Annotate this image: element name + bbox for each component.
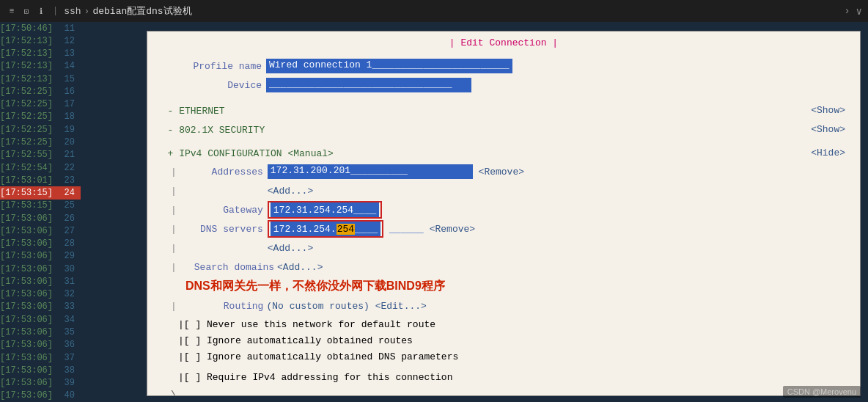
ipv4-header: + IPv4 CONFIGURATION <Manual>: [156, 148, 334, 159]
require-ipv4-text[interactable]: [ ] Require IPv4 addressing for this con…: [184, 372, 453, 383]
titlebar: ≡ ⊡ ℹ | ssh › debian配置dns试验机 › ∨: [0, 0, 868, 22]
dns-label: DNS servers: [180, 224, 268, 235]
gutter-row-32: [17:53:06] 32: [0, 288, 81, 301]
pipe-search: |: [171, 262, 177, 273]
gutter-row-23: [17:53:01] 23: [0, 174, 81, 186]
timestamp-13: [17:52:13]: [0, 48, 53, 59]
gutter-row-26: [17:53:06] 26: [0, 212, 81, 224]
gutter-row-16: [17:52:25] 16: [0, 85, 81, 98]
security-header: - 802.1X SECURITY: [156, 125, 265, 136]
chevron-down-icon[interactable]: ∨: [856, 5, 862, 18]
gutter-row-12: [17:52:13] 12: [0, 34, 81, 47]
linenum-30: 30: [53, 264, 79, 274]
timestamp-30: [17:53:06]: [0, 264, 53, 274]
gutter-row-17: [17:52:25] 17: [0, 98, 81, 111]
linenum-22: 22: [53, 163, 79, 173]
gutter-row-37: [17:53:06] 37: [0, 351, 81, 364]
gutter-row-34: [17:53:06] 34: [0, 313, 81, 326]
linenum-16: 16: [53, 87, 79, 97]
pipe-gateway: |: [171, 205, 177, 216]
gutter-row-14: [17:52:13] 14: [0, 60, 81, 73]
gutter-row-36: [17:53:06] 36: [0, 339, 81, 351]
routing-row: | Routing (No custom routes) <Edit...>: [156, 297, 851, 315]
linenum-24: 24: [53, 188, 79, 198]
linenum-36: 36: [53, 340, 79, 350]
timestamp-34: [17:53:06]: [0, 315, 53, 325]
dns-highlight-box: 172.31.254.254____: [268, 220, 383, 238]
search-add-link[interactable]: <Add...>: [277, 262, 323, 273]
profile-name-input[interactable]: Wired connection 1______________________…: [266, 59, 512, 73]
info-icon[interactable]: ℹ: [35, 5, 47, 17]
addresses-remove[interactable]: <Remove>: [473, 167, 524, 178]
ethernet-header: - ETHERNET: [156, 106, 225, 117]
window-icon[interactable]: ⊡: [21, 5, 32, 17]
timestamp-31: [17:53:06]: [0, 277, 53, 287]
search-domains-label: Search domains: [180, 262, 274, 273]
gutter-row-28: [17:53:06] 28: [0, 238, 81, 250]
gutter-row-30: [17:53:06] 30: [0, 263, 81, 275]
pipe-dns: |: [171, 224, 177, 235]
titlebar-icons: ≡ ⊡ ℹ: [6, 5, 47, 17]
gateway-label: Gateway: [180, 205, 268, 216]
gutter-row-29: [17:53:06] 29: [0, 250, 81, 263]
pipe-cb1: |: [178, 319, 184, 330]
gateway-input[interactable]: 172.31.254.254____: [271, 202, 379, 217]
security-show[interactable]: <Show>: [811, 124, 845, 135]
add2-link[interactable]: <Add...>: [180, 243, 313, 254]
gutter-row-35: [17:53:06] 35: [0, 326, 81, 338]
checkbox-row-2: | [ ] Ignore automatically obtained rout…: [156, 332, 851, 348]
timestamp-26: [17:53:06]: [0, 213, 53, 224]
add1-row: | <Add...>: [156, 182, 851, 200]
timestamp-28: [17:53:06]: [0, 238, 53, 249]
pipe-addresses: |: [171, 167, 177, 178]
linenum-21: 21: [53, 150, 79, 160]
gateway-highlight-box: 172.31.254.254____: [268, 201, 382, 219]
linenum-37: 37: [53, 353, 79, 363]
timestamp-17: [17:52:25]: [0, 99, 53, 109]
linenum-15: 15: [53, 74, 79, 84]
linenum-12: 12: [53, 36, 79, 46]
backslash-row: \: [156, 385, 851, 396]
timestamp-32: [17:53:06]: [0, 289, 53, 299]
timestamp-14: [17:52:13]: [0, 61, 53, 71]
timestamp-35: [17:53:06]: [0, 327, 53, 337]
linenum-20: 20: [53, 137, 79, 147]
pipe-req: |: [178, 372, 184, 383]
routing-value[interactable]: (No custom routes) <Edit...>: [266, 301, 426, 312]
ethernet-show[interactable]: <Show>: [811, 105, 845, 116]
menu-icon[interactable]: ≡: [6, 5, 18, 17]
timestamp-27: [17:53:06]: [0, 226, 53, 236]
watermark: CSDN @Merovenu: [783, 386, 861, 398]
linenum-29: 29: [53, 251, 79, 261]
require-ipv4-row: | [ ] Require IPv4 addressing for this c…: [156, 369, 851, 385]
timestamp-37: [17:53:06]: [0, 353, 53, 363]
addresses-row: | Addresses 172.31.200.201__________ <Re…: [156, 163, 851, 180]
timestamp-16: [17:52:25]: [0, 87, 53, 97]
forward-icon[interactable]: ›: [844, 5, 850, 18]
sep1: |: [53, 6, 58, 16]
timestamp-19: [17:52:25]: [0, 125, 53, 135]
timestamp-11: [17:50:46]: [0, 23, 53, 34]
device-input[interactable]: ________________________________: [266, 78, 471, 92]
cb2-text[interactable]: [ ] Ignore automatically obtained routes: [184, 335, 413, 346]
gutter-row-21: [17:52:55] 21: [0, 149, 81, 161]
main-area: [17:50:46] 11 [17:52:13] 12 [17:52:13] 1…: [0, 22, 868, 402]
dns-remove[interactable]: <Remove>: [424, 224, 475, 235]
device-row: Device ________________________________: [156, 76, 851, 94]
path-ssh[interactable]: ssh: [64, 6, 81, 17]
gutter-row-18: [17:52:25] 18: [0, 111, 81, 123]
cb3-text[interactable]: [ ] Ignore automatically obtained DNS pa…: [184, 351, 458, 362]
timestamp-18: [17:52:25]: [0, 112, 53, 122]
add1-link[interactable]: <Add...>: [180, 186, 313, 197]
search-domains-row: | Search domains <Add...>: [156, 258, 851, 276]
pipe-cb2: |: [178, 335, 184, 346]
timestamp-29: [17:53:06]: [0, 251, 53, 261]
linenum-39: 39: [53, 378, 79, 388]
ipv4-hide[interactable]: <Hide>: [811, 147, 845, 158]
gutter-row-15: [17:52:13] 15: [0, 73, 81, 85]
dns-input[interactable]: 172.31.254.254____: [271, 222, 380, 236]
addresses-input[interactable]: 172.31.200.201__________: [268, 164, 473, 179]
cb1-text[interactable]: [ ] Never use this network for default r…: [184, 319, 435, 330]
addresses-label: Addresses: [180, 167, 268, 178]
gutter-row-19: [17:52:25] 19: [0, 123, 81, 136]
